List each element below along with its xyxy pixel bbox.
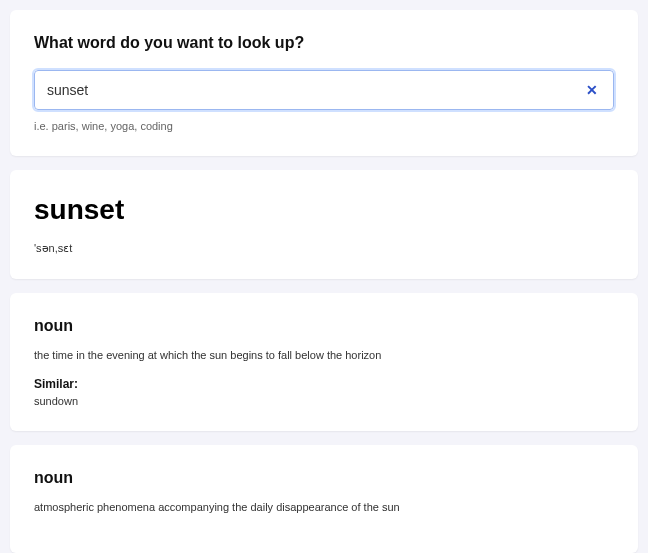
meaning-card: noun atmospheric phenomena accompanying … — [10, 445, 638, 553]
synonym-list: sundown — [34, 395, 614, 407]
search-heading: What word do you want to look up? — [34, 34, 614, 52]
search-hint: i.e. paris, wine, yoga, coding — [34, 120, 614, 132]
meaning-card: noun the time in the evening at which th… — [10, 293, 638, 431]
search-card: What word do you want to look up? ✕ i.e.… — [10, 10, 638, 156]
word-header-card: sunset 'sən,sɛt — [10, 170, 638, 279]
part-of-speech: noun — [34, 317, 614, 335]
similar-label: Similar: — [34, 377, 614, 391]
clear-icon[interactable]: ✕ — [583, 81, 601, 99]
part-of-speech: noun — [34, 469, 614, 487]
definition-text: atmospheric phenomena accompanying the d… — [34, 501, 614, 513]
search-input-wrap: ✕ — [34, 70, 614, 110]
phonetics: 'sən,sɛt — [34, 242, 614, 255]
search-input[interactable] — [47, 82, 583, 98]
definition-text: the time in the evening at which the sun… — [34, 349, 614, 361]
word-title: sunset — [34, 194, 614, 226]
